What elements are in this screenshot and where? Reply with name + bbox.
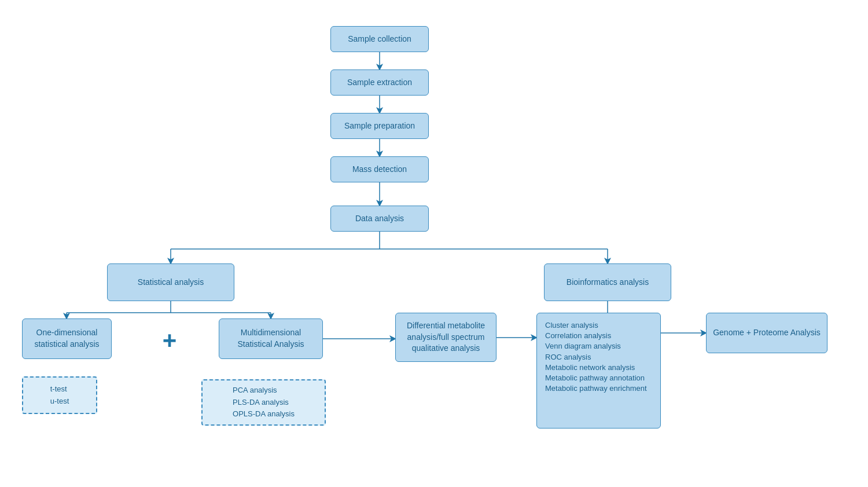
multidimensional-box: Multidimensional Statistical Analysis bbox=[219, 318, 323, 359]
differential-metabolite-box: Differential metabolite analysis/full sp… bbox=[395, 313, 496, 362]
one-dimensional-box: One-dimensional statistical analysis bbox=[22, 318, 112, 359]
arrows-svg bbox=[0, 0, 868, 487]
genome-proteome-box: Genome + Proteome Analysis bbox=[706, 313, 827, 353]
pca-box: PCA analysis PLS-DA analysis OPLS-DA ana… bbox=[201, 379, 326, 426]
bioinformatics-analysis-box: Bioinformatics analysis bbox=[544, 263, 671, 301]
data-analysis-box: Data analysis bbox=[330, 206, 429, 232]
diagram: Sample collection Sample extraction Samp… bbox=[0, 0, 868, 487]
sample-preparation-box: Sample preparation bbox=[330, 113, 429, 139]
plus-sign: + bbox=[146, 323, 193, 358]
sample-collection-box: Sample collection bbox=[330, 26, 429, 52]
sample-extraction-box: Sample extraction bbox=[330, 69, 429, 96]
bioinformatics-detail-box: Cluster analysis Correlation analysis Ve… bbox=[536, 313, 661, 429]
mass-detection-box: Mass detection bbox=[330, 156, 429, 182]
ttest-box: t-test u-test bbox=[22, 376, 97, 414]
statistical-analysis-box: Statistical analysis bbox=[107, 263, 234, 301]
